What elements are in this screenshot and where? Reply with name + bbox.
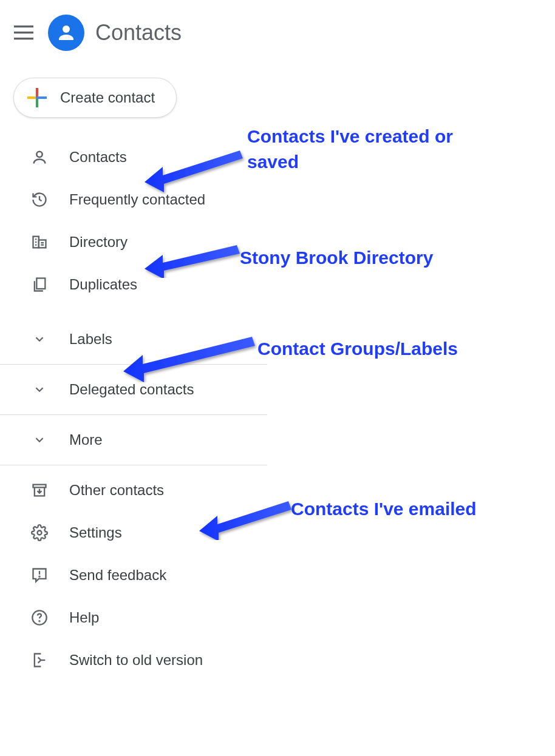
app-header: Contacts <box>0 0 555 66</box>
nav-other-label: Other contacts <box>69 482 164 499</box>
svg-rect-6 <box>36 99 38 107</box>
nav-other-contacts[interactable]: Other contacts <box>0 469 267 511</box>
nav-more-label: More <box>69 431 103 448</box>
svg-rect-1 <box>14 32 33 33</box>
svg-rect-8 <box>36 96 38 99</box>
svg-rect-17 <box>36 278 45 289</box>
nav-switch-label: Switch to old version <box>69 652 203 669</box>
nav-more[interactable]: More <box>0 419 267 461</box>
help-icon <box>30 609 49 627</box>
create-contact-label: Create contact <box>60 89 155 106</box>
sidebar-nav: Contacts Frequently contacted Directory <box>0 136 267 681</box>
annotation-other: Contacts I've emailed <box>291 496 477 522</box>
chevron-down-icon <box>30 330 49 348</box>
nav-frequently-contacted[interactable]: Frequently contacted <box>0 178 267 221</box>
nav-duplicates-label: Duplicates <box>69 276 137 293</box>
nav-labels-label: Labels <box>69 331 112 348</box>
nav-feedback-label: Send feedback <box>69 567 166 584</box>
svg-rect-11 <box>39 240 46 248</box>
nav-directory-label: Directory <box>69 234 128 251</box>
app-title: Contacts <box>95 20 182 46</box>
chevron-down-icon <box>30 380 49 399</box>
history-icon <box>30 191 49 209</box>
nav-help[interactable]: Help <box>0 596 267 639</box>
nav-help-label: Help <box>69 609 99 626</box>
person-icon <box>30 148 49 166</box>
archive-icon <box>30 481 49 499</box>
create-contact-button[interactable]: Create contact <box>13 78 177 118</box>
gear-icon <box>30 524 49 542</box>
nav-settings[interactable]: Settings <box>0 511 267 554</box>
feedback-icon <box>30 566 49 584</box>
svg-point-20 <box>38 531 42 535</box>
svg-point-9 <box>36 152 42 157</box>
svg-rect-18 <box>33 485 46 488</box>
main-menu-button[interactable] <box>10 19 37 47</box>
svg-rect-0 <box>14 25 33 27</box>
svg-point-22 <box>39 576 39 577</box>
nav-settings-label: Settings <box>69 524 122 541</box>
nav-contacts-label: Contacts <box>69 149 127 166</box>
contacts-logo-icon <box>48 15 84 51</box>
nav-delegated-contacts[interactable]: Delegated contacts <box>0 368 267 411</box>
chevron-down-icon <box>30 431 49 449</box>
nav-directory[interactable]: Directory <box>0 221 267 263</box>
nav-frequently-label: Frequently contacted <box>69 191 205 208</box>
nav-delegated-label: Delegated contacts <box>69 381 194 398</box>
hamburger-icon <box>14 25 33 40</box>
svg-rect-4 <box>36 88 38 96</box>
domain-icon <box>30 233 49 251</box>
svg-rect-5 <box>38 96 47 99</box>
exit-icon <box>30 651 49 669</box>
copy-icon <box>30 275 49 294</box>
svg-point-24 <box>39 621 39 621</box>
plus-icon <box>26 87 48 109</box>
svg-rect-7 <box>27 96 36 99</box>
nav-send-feedback[interactable]: Send feedback <box>0 554 267 596</box>
annotation-labels: Contact Groups/Labels <box>257 336 458 362</box>
annotation-contacts: Contacts I've created or saved <box>247 124 502 175</box>
svg-rect-2 <box>14 38 33 39</box>
svg-point-3 <box>63 25 70 33</box>
nav-contacts[interactable]: Contacts <box>0 136 267 178</box>
nav-labels[interactable]: Labels <box>0 318 267 360</box>
nav-switch-old-version[interactable]: Switch to old version <box>0 639 267 681</box>
nav-duplicates[interactable]: Duplicates <box>0 263 267 306</box>
annotation-directory: Stony Brook Directory <box>240 245 433 271</box>
